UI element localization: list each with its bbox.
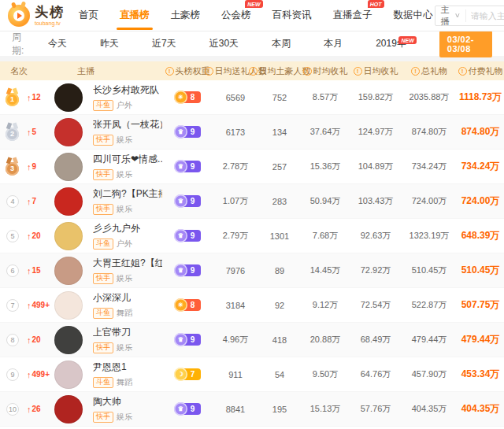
streamer-name[interactable]: 尹恩恩1 xyxy=(93,361,127,374)
platform-tag[interactable]: 快手 xyxy=(93,412,113,423)
gift-users-value: 2.78万 xyxy=(213,150,258,183)
avatar-cell xyxy=(50,80,87,114)
divider-band xyxy=(0,56,504,61)
site-logo[interactable]: 头榜 toubang.tv xyxy=(8,5,65,27)
streamer-name[interactable]: 大胃王红姐?【红... xyxy=(93,257,162,270)
rank-badge: 4 xyxy=(6,195,19,208)
streamer-name[interactable]: 彡彡九户外 xyxy=(93,222,140,235)
rank-change-cell: ↑ 20 xyxy=(20,219,50,253)
gift-users-value: 1.07万 xyxy=(213,184,258,218)
platform-tag[interactable]: 斗鱼 xyxy=(93,239,113,250)
avatar[interactable] xyxy=(54,326,83,354)
anchor-cell: 刘二狗?【PK主播... 快手 娱乐 xyxy=(87,184,162,218)
avatar[interactable] xyxy=(54,153,83,181)
avatar[interactable] xyxy=(54,118,83,146)
weight-badge: ☀ 8 xyxy=(180,299,202,311)
streamer-meta: 快手 娱乐 xyxy=(93,135,132,146)
col-header-daily: !日均收礼 xyxy=(350,65,402,77)
selected-date-range[interactable]: 03/02-03/08 xyxy=(439,31,492,57)
weight-cell: ♛ 9 xyxy=(162,392,213,426)
avatar[interactable] xyxy=(54,395,83,423)
rich-users-value: 195 xyxy=(258,392,301,426)
nav-item-live-rank[interactable]: 直播榜 xyxy=(118,1,151,30)
weight-cell: ☀ 8 xyxy=(162,80,213,114)
rank-cell: 9 xyxy=(0,357,20,391)
nav-item-guild-rank[interactable]: 公会榜NEW xyxy=(220,1,253,30)
streamer-name[interactable]: 张开凤（一枝花） xyxy=(93,118,162,131)
category-label: 户外 xyxy=(117,100,132,111)
search-input[interactable] xyxy=(466,7,504,24)
up-arrow-icon: ↑ xyxy=(27,370,32,379)
avatar[interactable] xyxy=(54,187,83,216)
hourly-gift-value: 9.50万 xyxy=(301,357,350,391)
up-arrow-icon: ↑ xyxy=(27,197,32,206)
avatar[interactable] xyxy=(54,291,83,320)
streamer-meta: 斗鱼 户外 xyxy=(93,100,132,112)
rich-users-value: 418 xyxy=(258,323,301,357)
streamer-name[interactable]: 小深深儿 xyxy=(93,291,131,305)
nav-item-home[interactable]: 首页 xyxy=(77,1,100,30)
platform-tag[interactable]: 斗鱼 xyxy=(93,308,113,320)
coin-icon: ☀ xyxy=(174,298,187,312)
gift-users-value: 4.96万 xyxy=(213,323,258,357)
brand-domain: toubang.tv xyxy=(35,20,65,26)
rich-users-value: 89 xyxy=(258,253,301,287)
period-option-this-month[interactable]: 本月 xyxy=(324,37,343,50)
period-option-today[interactable]: 今天 xyxy=(48,37,67,50)
streamer-name[interactable]: 陶大帅 xyxy=(93,395,121,409)
period-filter-bar: 周期: 今天 昨天 近7天 近30天 本周 本月 2019年 NEW 03/02… xyxy=(0,31,504,56)
play-icon xyxy=(13,10,24,21)
paid-gift-value: 874.80万 xyxy=(457,115,504,149)
new-badge: NEW xyxy=(398,36,416,44)
col-header-anchor: 主播 xyxy=(50,65,162,77)
nav-item-data-center[interactable]: 数据中心 xyxy=(392,1,435,30)
daily-gift-value: 72.54万 xyxy=(350,288,402,322)
streamer-name[interactable]: 刘二狗?【PK主播... xyxy=(93,187,162,201)
streamer-name[interactable]: 四川可乐❤情感... xyxy=(93,153,162,166)
avatar[interactable] xyxy=(54,361,83,389)
avatar-cell xyxy=(50,219,87,253)
paid-gift-value: 453.34万 xyxy=(457,357,504,391)
nav-item-wiki-news[interactable]: 百科资讯 xyxy=(271,1,313,30)
info-icon: ! xyxy=(354,67,362,76)
platform-tag[interactable]: 斗鱼 xyxy=(93,100,113,112)
total-gift-value: 522.87万 xyxy=(402,288,457,322)
rank-cell: 3 xyxy=(0,150,20,183)
up-arrow-icon: ↑ xyxy=(27,335,32,345)
hourly-gift-value: 14.45万 xyxy=(301,253,350,287)
weight-level: 8 xyxy=(191,301,195,309)
search-category-dropdown[interactable]: 主播 ∨ xyxy=(435,9,466,22)
platform-tag[interactable]: 快手 xyxy=(93,204,113,216)
streamer-name[interactable]: 长沙乡村敢死队 xyxy=(93,83,159,97)
table-row: 1 ↑ 12 长沙乡村敢死队 斗鱼 户外 ☀ 8 6569 752 8.57万 … xyxy=(0,80,504,115)
avatar[interactable] xyxy=(54,257,83,285)
period-option-this-week[interactable]: 本周 xyxy=(272,37,291,50)
weight-badge: ♛ 9 xyxy=(180,161,202,172)
coin-icon: ♛ xyxy=(174,402,187,416)
rank-change-value: 9 xyxy=(32,162,37,171)
rank-badge: 5 xyxy=(6,230,19,242)
weight-badge: ♛ 9 xyxy=(180,403,202,415)
period-option-7days[interactable]: 近7天 xyxy=(152,37,176,50)
table-row: 3 ↑ 9 四川可乐❤情感... 快手 娱乐 ♛ 9 2.78万 257 15.… xyxy=(0,150,504,184)
platform-tag[interactable]: 斗鱼 xyxy=(93,377,113,389)
avatar[interactable] xyxy=(54,83,83,112)
rank-change-value: 12 xyxy=(32,93,41,102)
rank-badge: 9 xyxy=(6,368,19,381)
daily-gift-value: 57.76万 xyxy=(350,392,402,426)
nav-item-tycoon-rank[interactable]: 土豪榜 xyxy=(169,1,202,30)
avatar[interactable] xyxy=(54,222,83,250)
rank-change-value: 499+ xyxy=(32,301,50,309)
total-gift-value: 734.24万 xyxy=(402,150,457,183)
period-option-2019[interactable]: 2019年 NEW xyxy=(376,37,406,50)
streamer-name[interactable]: 上官带刀 xyxy=(93,326,131,339)
platform-tag[interactable]: 快手 xyxy=(93,273,113,285)
period-label: 周期: xyxy=(12,31,28,57)
anchor-cell: 大胃王红姐?【红... 快手 娱乐 xyxy=(87,253,162,287)
platform-tag[interactable]: 快手 xyxy=(93,135,113,146)
period-option-yesterday[interactable]: 昨天 xyxy=(100,37,119,50)
nav-item-live-box[interactable]: 直播盒子HOT xyxy=(332,1,374,30)
period-option-30days[interactable]: 近30天 xyxy=(209,37,239,50)
platform-tag[interactable]: 快手 xyxy=(93,342,113,354)
platform-tag[interactable]: 快手 xyxy=(93,169,113,181)
